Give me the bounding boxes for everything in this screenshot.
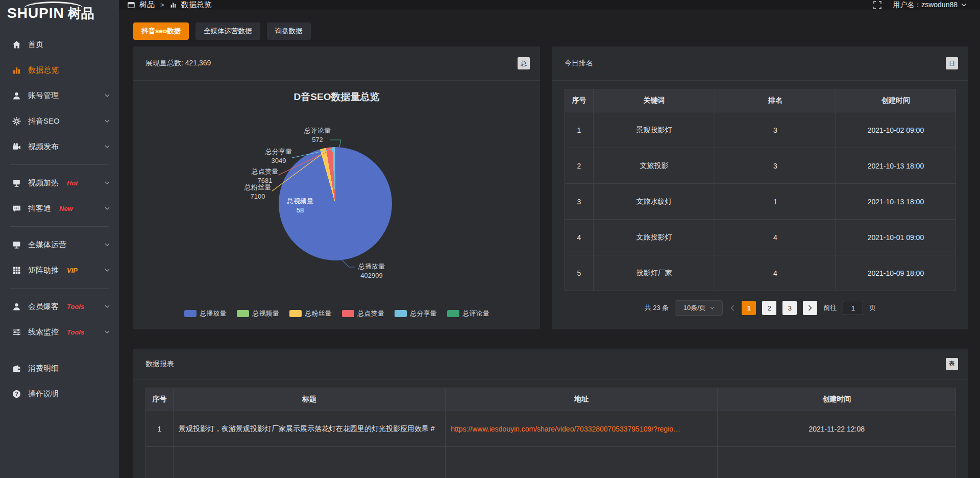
table-row: 1 景观投影灯，夜游景观投影灯厂家展示展示落花灯在花园里的灯光投影应用效果 # …: [146, 411, 956, 447]
chevron-down-icon: [105, 243, 110, 246]
sidebar: SHUPIN 树品 首页 数据总览 账号管理 抖音SEO 视频发布: [0, 0, 119, 478]
sidebar-item-douketong[interactable]: 抖客通 New: [0, 196, 119, 221]
goto-label: 前往: [823, 303, 837, 313]
sidebar-item-douyin-seo[interactable]: 抖音SEO: [0, 108, 119, 134]
sidebar-item-clue-monitor[interactable]: 线索监控 Tools: [0, 319, 119, 345]
column-header: 创建时间: [836, 89, 955, 112]
home-icon: [12, 40, 21, 49]
video-link[interactable]: https://www.iesdouyin.com/share/video/70…: [451, 425, 680, 433]
table-row: 4文旅投影灯42021-10-01 09:00: [565, 220, 956, 255]
legend-swatch: [184, 310, 197, 317]
sidebar-item-media-operation[interactable]: 全媒体运营: [0, 232, 119, 257]
tools-badge: Tools: [67, 303, 84, 310]
report-card-title: 数据报表: [145, 360, 174, 369]
user-menu[interactable]: 用户名：zswodun88: [893, 1, 967, 10]
page-button-2[interactable]: 2: [762, 301, 776, 315]
logo-arc-decoration: [23, 2, 84, 9]
legend-swatch: [395, 310, 407, 317]
chart-legend: 总播放量 总视频量 总粉丝量 总点赞量 总分享量 总评论量: [133, 309, 540, 318]
sidebar-item-account[interactable]: 账号管理: [0, 83, 119, 108]
sidebar-item-label: 账号管理: [28, 91, 59, 101]
monitor-icon: [12, 241, 21, 249]
sidebar-item-data-overview[interactable]: 数据总览: [0, 57, 119, 83]
table-row: 1景观投影灯32021-10-02 09:00: [565, 112, 956, 148]
page-button-1[interactable]: 1: [742, 301, 756, 315]
legend-item-likes[interactable]: 总点赞量: [342, 309, 384, 318]
sidebar-item-matrix-boost[interactable]: 矩阵助推 VIP: [0, 257, 119, 283]
video-title-cell: 景观投影灯，夜游景观投影灯厂家展示展示落花灯在花园里的灯光投影应用效果 #: [173, 411, 445, 447]
new-badge: New: [59, 205, 73, 212]
column-header: 创建时间: [718, 388, 956, 411]
data-tabs: 抖音seo数据 全媒体运营数据 询盘数据: [133, 22, 968, 40]
tab-media-operation-data[interactable]: 全媒体运营数据: [195, 22, 260, 40]
sidebar-item-label: 全媒体运营: [28, 240, 66, 250]
video-camera-icon: [12, 142, 21, 151]
chat-icon: [12, 204, 21, 213]
table-row: 5投影灯厂家42021-10-09 18:00: [565, 255, 956, 291]
sidebar-divider: [10, 164, 109, 165]
legend-item-videos[interactable]: 总视频量: [237, 309, 279, 318]
daily-view-button[interactable]: 日: [946, 57, 958, 69]
page-button-3[interactable]: 3: [782, 301, 797, 315]
legend-item-plays[interactable]: 总播放量: [184, 309, 227, 318]
column-header: 标题: [173, 388, 445, 411]
page-size-select[interactable]: 10条/页: [675, 300, 723, 316]
hot-badge: Hot: [67, 179, 78, 187]
tab-douyin-seo-data[interactable]: 抖音seo数据: [133, 22, 189, 40]
legend-item-shares[interactable]: 总分享量: [395, 309, 437, 318]
legend-item-comments[interactable]: 总评论量: [447, 309, 489, 318]
tools-badge: Tools: [67, 328, 84, 336]
fullscreen-icon[interactable]: [873, 1, 881, 9]
chevron-down-icon: [105, 145, 110, 148]
question-icon: ?: [12, 390, 21, 398]
today-ranking-card: 今日排名 日 序号 关键词 排名 创建时间: [552, 46, 968, 329]
vip-badge: VIP: [67, 267, 78, 274]
pie-graphic: [279, 147, 392, 260]
legend-item-fans[interactable]: 总粉丝量: [289, 309, 332, 318]
sidebar-item-label: 首页: [28, 40, 43, 50]
sidebar-item-label: 线索监控: [28, 327, 59, 337]
breadcrumb-current[interactable]: 数据总览: [181, 0, 212, 10]
pie-label-fans: 总粉丝量7100: [232, 183, 283, 201]
sidebar-item-home[interactable]: 首页: [0, 32, 119, 57]
total-view-button[interactable]: 总: [518, 57, 530, 69]
table-row: [146, 447, 956, 478]
legend-swatch: [289, 310, 302, 317]
chevron-down-icon: [105, 269, 110, 272]
breadcrumb-separator: >: [160, 1, 164, 9]
sidebar-item-consumption-detail[interactable]: 消费明细: [0, 355, 119, 381]
ranking-table: 序号 关键词 排名 创建时间 1景观投影灯32021-10-02 09:00 2…: [565, 89, 956, 291]
billboard-icon: [12, 179, 21, 187]
data-report-card: 数据报表 表 序号 标题 地址 创建时间 1 景观投影灯，夜游景观投影灯厂: [133, 349, 968, 478]
chevron-down-icon: [105, 207, 110, 210]
column-header: 序号: [146, 388, 174, 411]
legend-swatch: [237, 310, 249, 317]
table-view-button[interactable]: 表: [946, 358, 958, 370]
sidebar-item-video-publish[interactable]: 视频发布: [0, 134, 119, 159]
breadcrumb-root[interactable]: 树品: [139, 0, 155, 10]
bar-chart-icon: [12, 66, 21, 75]
impressions-total-label: 展现量总数: 421,369: [145, 59, 211, 68]
chevron-down-icon: [105, 119, 110, 123]
sidebar-menu: 首页 数据总览 账号管理 抖音SEO 视频发布 视频加热 Hot: [0, 27, 119, 407]
chevron-down-icon: [105, 181, 110, 184]
sidebar-divider: [10, 226, 109, 227]
column-header: 序号: [565, 89, 594, 112]
next-page-button[interactable]: [803, 301, 817, 315]
sidebar-item-member-tools[interactable]: 会员爆客 Tools: [0, 294, 119, 319]
sidebar-item-label: 操作说明: [28, 389, 59, 399]
sidebar-item-video-heat[interactable]: 视频加热 Hot: [0, 170, 119, 196]
prev-page-icon[interactable]: [729, 305, 736, 311]
sidebar-item-label: 会员爆客: [28, 302, 59, 312]
chevron-down-icon: [961, 3, 967, 7]
mini-bar-chart-icon: [170, 2, 177, 8]
pie-label-plays: 总播放量402909: [346, 262, 397, 280]
sidebar-item-label: 视频发布: [28, 142, 59, 152]
pie-label-videos: 总视频量58: [275, 197, 326, 215]
table-row: 2文旅投影32021-10-13 18:00: [565, 148, 956, 184]
pie-chart: D音SEO数据量总览 总评论量572 总分享量3049: [133, 46, 540, 329]
goto-page-input[interactable]: [843, 301, 863, 315]
sidebar-item-label: 数据总览: [28, 65, 59, 75]
tab-inquiry-data[interactable]: 询盘数据: [267, 22, 311, 40]
sidebar-item-instructions[interactable]: ? 操作说明: [0, 381, 119, 407]
